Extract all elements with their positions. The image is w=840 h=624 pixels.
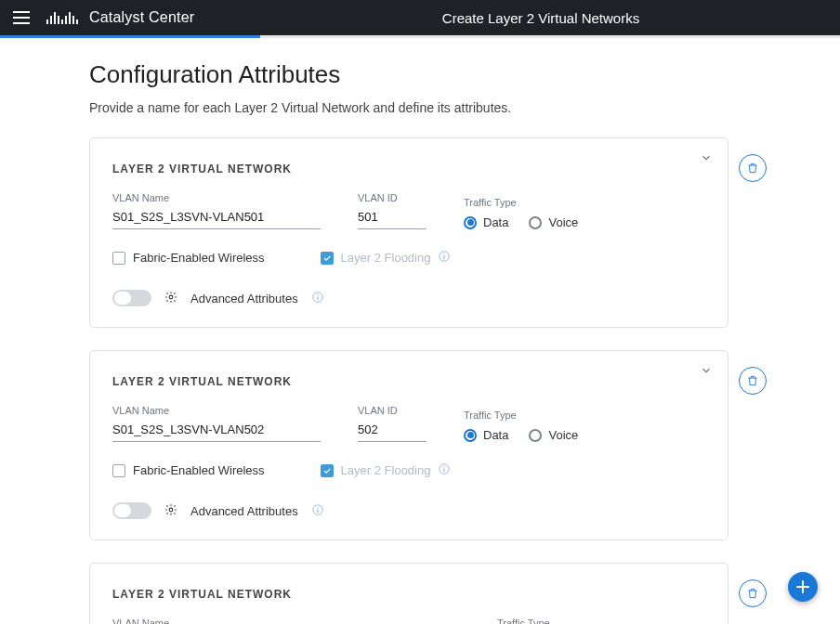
fabric-wireless-checkbox[interactable]: Fabric-Enabled Wireless	[112, 463, 265, 477]
l2-flooding-checkbox[interactable]: Layer 2 Flooding	[321, 250, 452, 266]
svg-point-8	[444, 466, 445, 467]
network-row: LAYER 2 VIRTUAL NETWORK VLAN Name VLAN I…	[89, 350, 840, 540]
traffic-type-group: Traffic Type	[497, 618, 646, 624]
vlan-name-input[interactable]	[112, 420, 321, 442]
options-row: Fabric-Enabled Wireless Layer 2 Flooding	[112, 462, 705, 478]
trash-icon	[746, 374, 759, 387]
svg-rect-9	[444, 468, 445, 472]
section-label: LAYER 2 VIRTUAL NETWORK	[112, 162, 705, 176]
l2-flooding-checkbox[interactable]: Layer 2 Flooding	[321, 462, 452, 478]
svg-point-5	[317, 294, 318, 295]
advanced-row: Advanced Attributes	[112, 290, 705, 306]
network-card: LAYER 2 VIRTUAL NETWORK VLAN Name VLAN I…	[89, 137, 728, 328]
info-icon[interactable]	[438, 462, 451, 478]
traffic-voice-label: Voice	[548, 428, 578, 442]
traffic-voice-radio[interactable]: Voice	[529, 215, 578, 229]
trash-icon	[746, 162, 759, 175]
svg-rect-2	[444, 255, 445, 259]
vlan-id-input[interactable]	[358, 420, 427, 442]
traffic-type-group: Traffic Type Data Voice	[464, 197, 612, 229]
vlan-id-label: VLAN ID	[358, 405, 427, 416]
traffic-voice-label: Voice	[548, 215, 578, 229]
vlan-name-field: VLAN Name	[112, 405, 321, 442]
svg-point-10	[169, 508, 173, 512]
vlan-name-label: VLAN Name	[112, 405, 321, 416]
vlan-name-field: VLAN Name	[112, 618, 321, 624]
cisco-logo-icon	[46, 11, 78, 24]
traffic-type-label: Traffic Type	[464, 197, 612, 208]
traffic-type-group: Traffic Type Data Voice	[464, 410, 612, 442]
info-icon[interactable]	[311, 503, 324, 519]
traffic-data-label: Data	[483, 428, 508, 442]
svg-point-3	[169, 295, 173, 299]
advanced-toggle[interactable]	[112, 502, 151, 519]
page-title: Configuration Attributes	[89, 60, 840, 89]
section-label: LAYER 2 VIRTUAL NETWORK	[112, 375, 705, 388]
l2-flooding-label: Layer 2 Flooding	[341, 463, 431, 477]
info-icon[interactable]	[311, 291, 324, 306]
fabric-wireless-label: Fabric-Enabled Wireless	[133, 251, 265, 265]
svg-rect-13	[317, 509, 318, 513]
advanced-label: Advanced Attributes	[190, 504, 298, 518]
plus-icon	[795, 579, 810, 594]
network-card: LAYER 2 VIRTUAL NETWORK VLAN Name VLAN I…	[89, 350, 728, 540]
fabric-wireless-checkbox[interactable]: Fabric-Enabled Wireless	[112, 251, 265, 265]
brand-name: Catalyst Center	[89, 9, 194, 26]
network-card: LAYER 2 VIRTUAL NETWORK VLAN Name Traffi…	[89, 563, 728, 624]
add-network-button[interactable]	[788, 572, 818, 602]
delete-network-button[interactable]	[739, 579, 767, 607]
vlan-id-field: VLAN ID	[358, 192, 427, 229]
fabric-wireless-label: Fabric-Enabled Wireless	[133, 463, 265, 477]
traffic-data-label: Data	[483, 215, 508, 229]
app-header: Catalyst Center Create Layer 2 Virtual N…	[0, 0, 840, 35]
gear-icon	[164, 291, 177, 306]
vlan-name-field: VLAN Name	[112, 192, 321, 229]
vlan-id-input[interactable]	[358, 207, 427, 229]
traffic-data-radio[interactable]: Data	[464, 428, 508, 442]
chevron-down-icon[interactable]	[700, 151, 713, 167]
traffic-data-radio[interactable]: Data	[464, 215, 508, 229]
chevron-down-icon[interactable]	[700, 364, 713, 380]
advanced-row: Advanced Attributes	[112, 502, 705, 519]
vlan-name-label: VLAN Name	[112, 618, 321, 624]
traffic-type-label: Traffic Type	[464, 410, 612, 421]
field-row: VLAN Name VLAN ID Traffic Type Data	[112, 405, 705, 442]
page-header-title: Create Layer 2 Virtual Networks	[442, 10, 639, 26]
network-row: LAYER 2 VIRTUAL NETWORK VLAN Name VLAN I…	[89, 137, 840, 328]
advanced-toggle[interactable]	[112, 290, 151, 306]
menu-icon[interactable]	[13, 11, 30, 24]
svg-point-1	[444, 254, 445, 254]
vlan-id-label: VLAN ID	[358, 192, 427, 203]
traffic-type-label: Traffic Type	[497, 618, 646, 624]
vlan-id-field: VLAN ID	[358, 405, 427, 442]
field-row: VLAN Name VLAN ID Traffic Type Data	[112, 192, 705, 229]
section-label: LAYER 2 VIRTUAL NETWORK	[112, 588, 705, 601]
vlan-name-input[interactable]	[112, 207, 321, 229]
svg-rect-6	[317, 296, 318, 300]
traffic-voice-radio[interactable]: Voice	[529, 428, 578, 442]
network-row: LAYER 2 VIRTUAL NETWORK VLAN Name Traffi…	[89, 563, 840, 624]
vlan-name-label: VLAN Name	[112, 192, 321, 203]
delete-network-button[interactable]	[739, 367, 767, 395]
trash-icon	[746, 587, 759, 600]
info-icon[interactable]	[438, 250, 451, 266]
page-subtitle: Provide a name for each Layer 2 Virtual …	[89, 100, 840, 115]
l2-flooding-label: Layer 2 Flooding	[341, 251, 431, 265]
advanced-label: Advanced Attributes	[190, 292, 298, 306]
delete-network-button[interactable]	[739, 154, 767, 182]
options-row: Fabric-Enabled Wireless Layer 2 Flooding	[112, 250, 705, 266]
gear-icon	[164, 503, 177, 519]
svg-point-12	[317, 507, 318, 508]
page-content: Configuration Attributes Provide a name …	[0, 38, 840, 624]
